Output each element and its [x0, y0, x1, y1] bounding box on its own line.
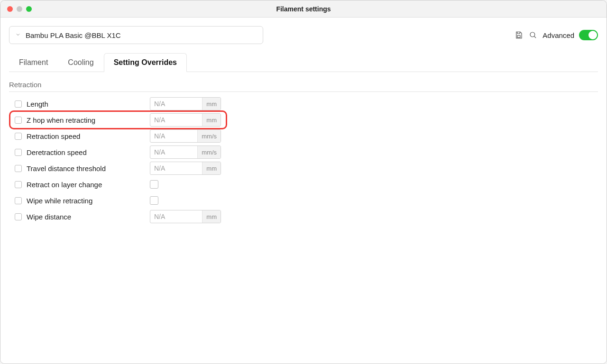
input-retr_speed[interactable]: N/A: [150, 132, 197, 140]
preset-dropdown[interactable]: Bambu PLA Basic @BBL X1C: [9, 26, 263, 44]
label-retr_layer_change: Retract on layer change: [27, 181, 145, 189]
svg-line-2: [534, 36, 536, 38]
input-length[interactable]: N/A: [150, 100, 202, 108]
unit-length: mm: [202, 98, 221, 110]
input-wipe_distance[interactable]: N/A: [150, 213, 202, 220]
value-travel_thresh[interactable]: N/Amm: [150, 162, 221, 175]
tab-cooling[interactable]: Cooling: [58, 53, 103, 72]
content-area: Bambu PLA Basic @BBL X1C Advanced Filame…: [0, 18, 607, 364]
svg-rect-0: [517, 36, 520, 38]
row-retr_speed: Retraction speedN/Amm/s: [9, 128, 598, 144]
minimize-window-button[interactable]: [17, 6, 22, 12]
label-travel_thresh: Travel distance threshold: [27, 164, 145, 173]
chevron-down-icon: [15, 32, 21, 39]
svg-point-1: [530, 32, 535, 37]
label-deretr_speed: Deretraction speed: [27, 148, 145, 156]
label-length: Length: [27, 100, 145, 108]
rows-container: LengthN/AmmZ hop when retractingN/AmmRet…: [9, 96, 598, 225]
tab-setting-overrides[interactable]: Setting Overrides: [104, 53, 187, 72]
row-wipe_distance: Wipe distanceN/Amm: [9, 209, 598, 225]
window-root: Filament settings Bambu PLA Basic @BBL X…: [0, 0, 607, 364]
override-checkbox-wipe_retracting[interactable]: [15, 197, 22, 204]
label-retr_speed: Retraction speed: [27, 132, 145, 140]
value-wipe_distance[interactable]: N/Amm: [150, 210, 221, 223]
traffic-lights: [7, 6, 32, 12]
unit-deretr_speed: mm/s: [197, 146, 221, 158]
value-zhop[interactable]: N/Amm: [150, 113, 221, 127]
close-window-button[interactable]: [7, 6, 13, 12]
label-wipe_retracting: Wipe while retracting: [27, 197, 145, 205]
value-length[interactable]: N/Amm: [150, 97, 221, 110]
label-wipe_distance: Wipe distance: [27, 213, 145, 221]
row-travel_thresh: Travel distance thresholdN/Amm: [9, 160, 598, 176]
advanced-label: Advanced: [543, 31, 574, 39]
row-wipe_retracting: Wipe while retracting: [9, 192, 598, 209]
row-length: LengthN/Amm: [9, 96, 598, 112]
label-zhop: Z hop when retracting: [27, 116, 145, 124]
zoom-window-button[interactable]: [26, 6, 32, 12]
override-checkbox-retr_speed[interactable]: [15, 133, 22, 140]
override-checkbox-travel_thresh[interactable]: [15, 165, 22, 172]
save-icon[interactable]: [514, 30, 524, 40]
checkbox-wipe_retracting[interactable]: [150, 196, 158, 205]
override-checkbox-length[interactable]: [15, 100, 22, 108]
override-checkbox-wipe_distance[interactable]: [15, 213, 22, 220]
tabs: Filament Cooling Setting Overrides: [9, 53, 598, 72]
preset-name: Bambu PLA Basic @BBL X1C: [26, 31, 121, 39]
row-retr_layer_change: Retract on layer change: [9, 176, 598, 192]
value-retr_speed[interactable]: N/Amm/s: [150, 129, 221, 143]
window-title: Filament settings: [0, 5, 607, 13]
section-title: Retraction: [9, 81, 598, 92]
value-deretr_speed[interactable]: N/Amm/s: [150, 146, 221, 159]
retraction-section: Retraction LengthN/AmmZ hop when retract…: [9, 81, 598, 225]
unit-retr_speed: mm/s: [197, 130, 221, 142]
advanced-toggle[interactable]: [579, 30, 598, 40]
top-row: Bambu PLA Basic @BBL X1C Advanced: [9, 26, 598, 44]
override-checkbox-retr_layer_change[interactable]: [15, 181, 22, 188]
input-zhop[interactable]: N/A: [150, 116, 202, 124]
search-icon[interactable]: [528, 30, 538, 40]
checkbox-retr_layer_change[interactable]: [150, 180, 158, 189]
titlebar: Filament settings: [0, 0, 607, 18]
unit-wipe_distance: mm: [202, 210, 221, 223]
tab-filament[interactable]: Filament: [9, 53, 58, 72]
input-travel_thresh[interactable]: N/A: [150, 164, 202, 172]
override-checkbox-deretr_speed[interactable]: [15, 149, 22, 156]
override-checkbox-zhop[interactable]: [15, 117, 22, 124]
row-deretr_speed: Deretraction speedN/Amm/s: [9, 144, 598, 160]
unit-zhop: mm: [202, 114, 221, 126]
input-deretr_speed[interactable]: N/A: [150, 148, 197, 156]
row-zhop: Z hop when retractingN/Amm: [9, 112, 598, 128]
unit-travel_thresh: mm: [202, 162, 221, 174]
